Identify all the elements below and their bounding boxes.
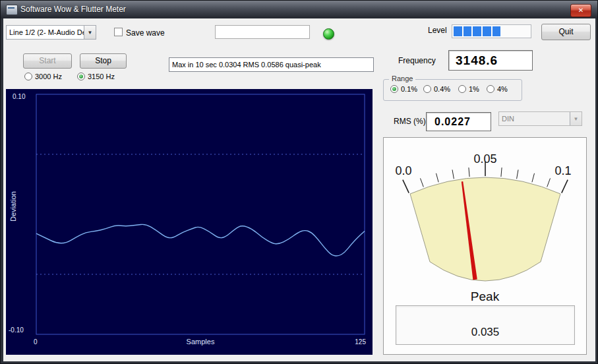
range-label: Range [389, 75, 415, 82]
radio-3150hz-label: 3150 Hz [88, 73, 115, 80]
y-axis-title: Deviation [9, 167, 17, 246]
y-tick-bottom: -0.10 [9, 326, 24, 334]
range-groupbox: Range 0.1% 0.4% 1% 4% [383, 79, 522, 101]
level-label: Level [428, 26, 447, 35]
signal-led-icon [323, 28, 334, 40]
y-tick-top: 0.10 [13, 93, 25, 100]
radio-icon [24, 73, 32, 80]
peak-value-box: 0.035 [396, 305, 575, 345]
analog-meter-panel: 0.0 0.05 0.1 Peak 0.035 [383, 137, 587, 355]
range-option-label: 0.1% [401, 85, 417, 93]
frequency-display: 3148.6 [448, 50, 533, 71]
weighting-select[interactable]: DIN ▼ [498, 111, 582, 126]
range-option-0-1[interactable]: 0.1% [390, 85, 417, 93]
chevron-down-icon: ▼ [84, 26, 96, 39]
range-option-0-4[interactable]: 0.4% [423, 85, 450, 93]
range-option-label: 1% [469, 85, 479, 93]
peak-value: 0.035 [396, 326, 574, 339]
level-meter [452, 24, 531, 38]
plot-border [36, 94, 365, 334]
status-display: Max in 10 sec 0.0304 RMS 0.0586 quasi-pe… [169, 57, 374, 72]
x-axis-title: Samples [36, 338, 365, 346]
quit-button[interactable]: Quit [541, 24, 591, 40]
close-button[interactable]: ✕ [570, 4, 591, 17]
scale-label-max: 0.1 [554, 164, 571, 177]
deviation-chart: 0.10 -0.10 Deviation 0 Samples 125 [6, 89, 373, 355]
stop-button[interactable]: Stop [80, 53, 127, 69]
scale-label-mid: 0.05 [473, 152, 496, 166]
range-option-1[interactable]: 1% [458, 85, 479, 93]
range-option-label: 0.4% [434, 85, 450, 93]
waveform-trace [36, 224, 365, 256]
close-icon: ✕ [578, 7, 583, 14]
title-bar: Software Wow & Flutter Meter ✕ [1, 1, 597, 18]
x-tick-max: 125 [346, 338, 366, 346]
audio-device-select[interactable]: Line 1/2 (2- M-Audio De ▼ [6, 25, 96, 40]
gridlines [36, 154, 365, 274]
radio-icon [487, 85, 494, 93]
radio-icon [458, 85, 466, 93]
chevron-down-icon: ▼ [570, 112, 582, 125]
meter-gauge: 0.0 0.05 0.1 [384, 146, 587, 297]
radio-icon [77, 73, 85, 80]
range-option-label: 4% [497, 85, 508, 93]
range-option-4[interactable]: 4% [487, 85, 508, 93]
radio-3000hz[interactable]: 3000 Hz [24, 73, 62, 80]
weighting-value: DIN [499, 115, 570, 123]
scale-label-min: 0.0 [395, 164, 411, 177]
window-title: Software Wow & Flutter Meter [20, 1, 126, 18]
wave-filename-input[interactable] [215, 25, 310, 39]
audio-device-value: Line 1/2 (2- M-Audio De [7, 28, 84, 36]
app-icon [6, 5, 18, 15]
app-window: Software Wow & Flutter Meter ✕ Line 1/2 … [0, 0, 598, 364]
start-button[interactable]: Start [23, 53, 72, 69]
chart-canvas [6, 89, 373, 355]
rms-display: 0.0227 [426, 112, 491, 131]
rms-label: RMS (%) [394, 117, 426, 126]
radio-3150hz[interactable]: 3150 Hz [77, 73, 115, 80]
save-wave-checkbox[interactable] [114, 28, 123, 36]
radio-icon [423, 85, 431, 93]
radio-3000hz-label: 3000 Hz [35, 73, 62, 80]
meter-face [410, 177, 560, 281]
save-wave-label: Save wave [126, 28, 165, 38]
frequency-label: Frequency [398, 56, 436, 65]
peak-label: Peak [384, 289, 586, 304]
radio-icon [390, 85, 398, 93]
